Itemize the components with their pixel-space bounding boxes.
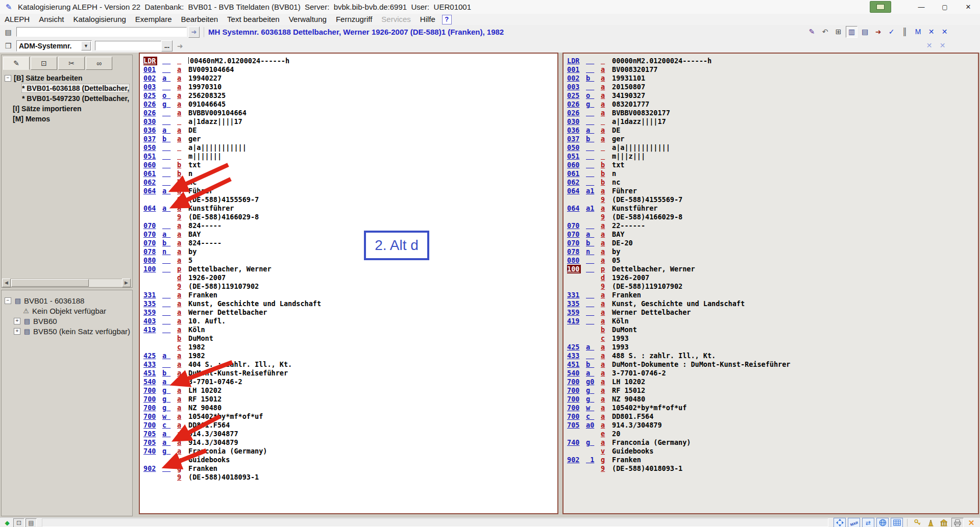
marc-subfield-code[interactable]: d [601,273,606,282]
marc-tag[interactable]: 078 [567,247,581,256]
marc-field-value[interactable]: 1982 [188,343,205,352]
marc-field-value[interactable]: Köln [188,325,205,334]
marc-field-value[interactable]: by [188,247,197,256]
marc-tag[interactable]: 700 [567,378,581,386]
marc-subfield-code[interactable]: a [177,386,182,395]
marc-tag[interactable]: 335 [143,299,157,308]
marc-field-value[interactable]: RF 15012 [188,395,222,404]
marc-indicators[interactable] [586,221,595,230]
marc-tag[interactable]: 740 [567,438,581,447]
marc-indicators[interactable]: 1 [586,456,595,464]
marc-tag[interactable]: 080 [567,256,581,265]
marc-indicators[interactable] [162,325,172,334]
marc-subfield-code[interactable]: e [601,430,606,438]
marc-tag[interactable]: 064 [567,187,581,195]
scroll-thumb[interactable] [11,279,89,287]
marc-subfield-code[interactable] [177,152,182,161]
marc-field-value[interactable]: Franconia (Germany) [612,438,691,447]
tree-item[interactable]: +▤BVB60 [4,316,131,326]
marc-tag[interactable]: 433 [143,360,157,369]
marc-indicators[interactable]: g [162,404,172,412]
horizontal-scrollbar[interactable]: ◀ ▶ [2,279,131,287]
marc-field-value[interactable]: BVBBV008320177 [612,109,670,117]
marc-subfield-code[interactable]: 9 [601,282,606,291]
marc-field-value[interactable]: Kunstführer [188,204,234,213]
marc-indicators[interactable] [586,161,595,169]
marc-indicators[interactable] [586,178,595,187]
marc-subfield-code[interactable]: b [601,169,606,178]
marc-tag[interactable]: 070 [143,239,157,247]
marc-subfield-code[interactable]: a [177,325,182,334]
marc-field-value[interactable]: Werner Dettelbacher [612,308,691,317]
marc-subfield-code[interactable]: a [601,135,606,143]
marc-subfield-code[interactable]: a [601,204,606,213]
tree-item[interactable]: [M] Memos [4,114,131,124]
marc-field-value[interactable]: (DE-588)4155569-7 [612,195,682,204]
marc-indicators[interactable]: a [162,126,172,135]
marc-tag[interactable]: 700 [567,412,581,421]
marc-indicators[interactable]: b [162,239,172,247]
marc-indicators[interactable]: g [162,386,172,395]
marc-tag[interactable]: 001 [567,65,581,74]
marc-indicators[interactable]: c [162,421,172,430]
swap-panels-icon[interactable]: ⇄ [862,518,874,527]
marc-field-value[interactable]: DuMont [188,334,213,343]
marc-field-value[interactable]: 00460nM2.01200024------h [190,57,289,65]
marc-indicators[interactable]: a [162,204,172,213]
marc-indicators[interactable]: w [586,404,595,412]
marc-indicators[interactable] [162,57,172,65]
menu-item-fernzugriff[interactable]: Fernzugriff [331,14,377,25]
marc-subfield-code[interactable]: a [601,83,606,91]
maximize-button[interactable]: ▢ [933,0,957,14]
marc-field-value[interactable]: nc [612,178,620,187]
tab-copy-records[interactable]: ⊡ [31,57,57,70]
marc-subfield-code[interactable] [601,117,606,126]
marc-subfield-code[interactable]: a [601,308,606,317]
exit-door-icon[interactable]: ➜ [872,26,884,38]
marc-subfield-code[interactable]: a [177,100,182,109]
marc-tag[interactable]: 051 [567,152,581,161]
marc-subfield-code[interactable]: a [177,317,182,325]
marc-subfield-code[interactable]: a [177,352,182,360]
record-edit-icon[interactable]: ✎ [806,26,818,38]
marc-field-value[interactable]: 105402*by*mf*of*uf [612,404,687,412]
marc-subfield-code[interactable]: v [177,456,182,464]
marc-field-value[interactable]: ger [188,135,201,143]
marc-tag[interactable]: LDR [143,57,157,65]
marc-field-value[interactable]: BAY [188,230,201,239]
marc-tag[interactable]: 540 [567,369,581,378]
marc-tag[interactable]: 030 [567,117,581,126]
menu-item-ansicht[interactable]: Ansicht [34,14,68,25]
marc-tag[interactable]: 070 [143,221,157,230]
marc-indicators[interactable]: a [162,230,172,239]
marc-tag[interactable]: 451 [567,360,581,369]
menu-item-bearbeiten[interactable]: Bearbeiten [177,14,223,25]
marc-field-value[interactable]: DE [612,126,620,135]
marc-subfield-code[interactable]: a [601,239,606,247]
marc-tag[interactable]: 705 [567,421,581,430]
marc-indicators[interactable] [586,169,595,178]
marc-subfield-code[interactable]: a [177,187,182,195]
marc-tag[interactable]: 070 [567,230,581,239]
record-search-input[interactable] [16,27,187,37]
marc-tag[interactable]: 700 [143,421,157,430]
marc-tag[interactable]: 331 [143,291,157,299]
marc-indicators[interactable]: g [162,447,172,456]
marc-subfield-code[interactable]: a [601,291,606,299]
menu-item-katalogisierung[interactable]: Katalogisierung [68,14,130,25]
marc-subfield-code[interactable]: d [177,273,182,282]
marc-subfield-code[interactable] [177,57,182,65]
marc-field-value[interactable]: 824----- [188,221,222,230]
marc-indicators[interactable]: a [162,438,172,447]
marc-tag[interactable]: 061 [567,169,581,178]
marc-field-value[interactable]: 3-7701-0746-2 [612,369,666,378]
marc-field-value[interactable]: m|||z||| [612,152,645,161]
marc-tag[interactable]: 070 [567,239,581,247]
marc-tag[interactable]: 064 [143,187,157,195]
marc-field-value[interactable]: 3-7701-0746-2 [188,378,242,386]
marc-tag[interactable]: 036 [567,126,581,135]
marc-tag[interactable]: 003 [567,83,581,91]
marc-field-value[interactable]: nc [188,178,197,187]
menu-item-exemplare[interactable]: Exemplare [131,14,177,25]
marc-subfield-code[interactable]: a [177,221,182,230]
